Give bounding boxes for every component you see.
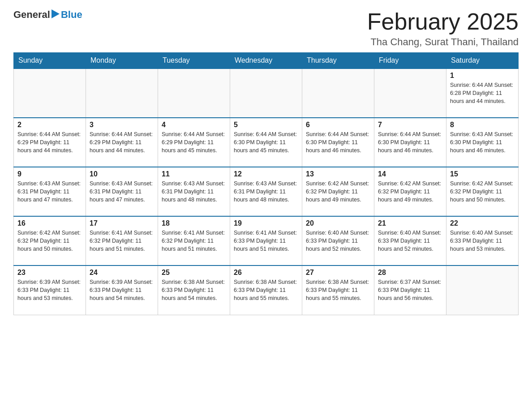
week-row-4: 16Sunrise: 6:42 AM Sunset: 6:32 PM Dayli… — [14, 216, 519, 265]
page-header: General Blue February 2025 Tha Chang, Su… — [13, 9, 519, 48]
day-info: Sunrise: 6:42 AM Sunset: 6:32 PM Dayligh… — [306, 180, 370, 204]
calendar-cell: 2Sunrise: 6:44 AM Sunset: 6:29 PM Daylig… — [14, 118, 86, 167]
day-number: 24 — [90, 269, 154, 277]
calendar-cell: 20Sunrise: 6:40 AM Sunset: 6:33 PM Dayli… — [302, 216, 374, 265]
day-info: Sunrise: 6:43 AM Sunset: 6:30 PM Dayligh… — [450, 130, 515, 154]
column-header-sunday: Sunday — [14, 53, 86, 69]
day-info: Sunrise: 6:44 AM Sunset: 6:29 PM Dayligh… — [90, 130, 154, 154]
day-number: 22 — [450, 219, 515, 227]
calendar-cell — [302, 68, 374, 118]
day-info: Sunrise: 6:43 AM Sunset: 6:31 PM Dayligh… — [234, 180, 298, 204]
week-row-5: 23Sunrise: 6:39 AM Sunset: 6:33 PM Dayli… — [14, 265, 519, 315]
day-info: Sunrise: 6:39 AM Sunset: 6:33 PM Dayligh… — [17, 278, 82, 302]
logo-triangle-icon — [51, 9, 60, 18]
calendar-header-row: SundayMondayTuesdayWednesdayThursdayFrid… — [14, 53, 519, 69]
day-info: Sunrise: 6:38 AM Sunset: 6:33 PM Dayligh… — [162, 278, 226, 302]
day-number: 21 — [378, 219, 442, 227]
day-info: Sunrise: 6:43 AM Sunset: 6:31 PM Dayligh… — [90, 180, 154, 204]
calendar-cell: 3Sunrise: 6:44 AM Sunset: 6:29 PM Daylig… — [86, 118, 158, 167]
calendar-cell: 22Sunrise: 6:40 AM Sunset: 6:33 PM Dayli… — [446, 216, 519, 265]
day-info: Sunrise: 6:40 AM Sunset: 6:33 PM Dayligh… — [306, 229, 370, 253]
day-info: Sunrise: 6:44 AM Sunset: 6:29 PM Dayligh… — [162, 130, 226, 154]
day-info: Sunrise: 6:38 AM Sunset: 6:33 PM Dayligh… — [306, 278, 370, 302]
day-info: Sunrise: 6:44 AM Sunset: 6:28 PM Dayligh… — [450, 81, 515, 105]
calendar-cell: 10Sunrise: 6:43 AM Sunset: 6:31 PM Dayli… — [86, 167, 158, 216]
day-info: Sunrise: 6:42 AM Sunset: 6:32 PM Dayligh… — [17, 229, 82, 253]
day-number: 25 — [162, 269, 226, 277]
calendar-table: SundayMondayTuesdayWednesdayThursdayFrid… — [13, 52, 519, 315]
day-number: 12 — [234, 170, 298, 178]
day-number: 19 — [234, 219, 298, 227]
calendar-cell — [446, 265, 519, 315]
day-number: 9 — [17, 170, 82, 178]
day-info: Sunrise: 6:42 AM Sunset: 6:32 PM Dayligh… — [450, 180, 515, 204]
day-number: 20 — [306, 219, 370, 227]
day-number: 11 — [162, 170, 226, 178]
day-info: Sunrise: 6:37 AM Sunset: 6:33 PM Dayligh… — [378, 278, 442, 302]
calendar-cell: 7Sunrise: 6:44 AM Sunset: 6:30 PM Daylig… — [374, 118, 446, 167]
day-number: 23 — [17, 269, 82, 277]
calendar-cell: 28Sunrise: 6:37 AM Sunset: 6:33 PM Dayli… — [374, 265, 446, 315]
title-area: February 2025 Tha Chang, Surat Thani, Th… — [367, 9, 519, 48]
week-row-1: 1Sunrise: 6:44 AM Sunset: 6:28 PM Daylig… — [14, 68, 519, 118]
calendar-cell: 18Sunrise: 6:41 AM Sunset: 6:32 PM Dayli… — [158, 216, 230, 265]
day-info: Sunrise: 6:43 AM Sunset: 6:31 PM Dayligh… — [162, 180, 226, 204]
calendar-cell: 16Sunrise: 6:42 AM Sunset: 6:32 PM Dayli… — [14, 216, 86, 265]
calendar-cell: 21Sunrise: 6:40 AM Sunset: 6:33 PM Dayli… — [374, 216, 446, 265]
day-number: 28 — [378, 269, 442, 277]
location-subtitle: Tha Chang, Surat Thani, Thailand — [367, 36, 519, 48]
column-header-monday: Monday — [86, 53, 158, 69]
calendar-cell: 11Sunrise: 6:43 AM Sunset: 6:31 PM Dayli… — [158, 167, 230, 216]
logo-area: General Blue — [13, 9, 82, 21]
day-info: Sunrise: 6:44 AM Sunset: 6:30 PM Dayligh… — [306, 130, 370, 154]
day-info: Sunrise: 6:39 AM Sunset: 6:33 PM Dayligh… — [90, 278, 154, 302]
day-number: 6 — [306, 121, 370, 129]
calendar-cell: 8Sunrise: 6:43 AM Sunset: 6:30 PM Daylig… — [446, 118, 519, 167]
column-header-thursday: Thursday — [302, 53, 374, 69]
calendar-cell: 14Sunrise: 6:42 AM Sunset: 6:32 PM Dayli… — [374, 167, 446, 216]
calendar-cell: 25Sunrise: 6:38 AM Sunset: 6:33 PM Dayli… — [158, 265, 230, 315]
column-header-friday: Friday — [374, 53, 446, 69]
day-info: Sunrise: 6:41 AM Sunset: 6:33 PM Dayligh… — [234, 229, 298, 253]
day-number: 27 — [306, 269, 370, 277]
day-number: 8 — [450, 121, 515, 129]
calendar-cell: 15Sunrise: 6:42 AM Sunset: 6:32 PM Dayli… — [446, 167, 519, 216]
calendar-cell — [14, 68, 86, 118]
day-number: 15 — [450, 170, 515, 178]
day-info: Sunrise: 6:40 AM Sunset: 6:33 PM Dayligh… — [450, 229, 515, 253]
calendar-cell: 9Sunrise: 6:43 AM Sunset: 6:31 PM Daylig… — [14, 167, 86, 216]
calendar-cell: 1Sunrise: 6:44 AM Sunset: 6:28 PM Daylig… — [446, 68, 519, 118]
calendar-cell: 24Sunrise: 6:39 AM Sunset: 6:33 PM Dayli… — [86, 265, 158, 315]
day-info: Sunrise: 6:44 AM Sunset: 6:30 PM Dayligh… — [234, 130, 298, 154]
week-row-3: 9Sunrise: 6:43 AM Sunset: 6:31 PM Daylig… — [14, 167, 519, 216]
calendar-cell — [158, 68, 230, 118]
day-info: Sunrise: 6:41 AM Sunset: 6:32 PM Dayligh… — [90, 229, 154, 253]
day-info: Sunrise: 6:38 AM Sunset: 6:33 PM Dayligh… — [234, 278, 298, 302]
day-number: 13 — [306, 170, 370, 178]
day-number: 4 — [162, 121, 226, 129]
day-number: 5 — [234, 121, 298, 129]
day-number: 7 — [378, 121, 442, 129]
day-info: Sunrise: 6:44 AM Sunset: 6:30 PM Dayligh… — [378, 130, 442, 154]
day-info: Sunrise: 6:40 AM Sunset: 6:33 PM Dayligh… — [378, 229, 442, 253]
calendar-cell: 23Sunrise: 6:39 AM Sunset: 6:33 PM Dayli… — [14, 265, 86, 315]
day-number: 1 — [450, 72, 515, 80]
calendar-cell: 6Sunrise: 6:44 AM Sunset: 6:30 PM Daylig… — [302, 118, 374, 167]
calendar-cell: 27Sunrise: 6:38 AM Sunset: 6:33 PM Dayli… — [302, 265, 374, 315]
calendar-cell: 19Sunrise: 6:41 AM Sunset: 6:33 PM Dayli… — [230, 216, 302, 265]
column-header-tuesday: Tuesday — [158, 53, 230, 69]
logo-general-text: General — [13, 9, 50, 21]
calendar-cell: 13Sunrise: 6:42 AM Sunset: 6:32 PM Dayli… — [302, 167, 374, 216]
day-info: Sunrise: 6:44 AM Sunset: 6:29 PM Dayligh… — [17, 130, 82, 154]
column-header-saturday: Saturday — [446, 53, 519, 69]
week-row-2: 2Sunrise: 6:44 AM Sunset: 6:29 PM Daylig… — [14, 118, 519, 167]
day-number: 10 — [90, 170, 154, 178]
column-header-wednesday: Wednesday — [230, 53, 302, 69]
day-info: Sunrise: 6:41 AM Sunset: 6:32 PM Dayligh… — [162, 229, 226, 253]
calendar-cell — [230, 68, 302, 118]
calendar-cell: 26Sunrise: 6:38 AM Sunset: 6:33 PM Dayli… — [230, 265, 302, 315]
day-number: 18 — [162, 219, 226, 227]
logo: General Blue — [13, 9, 82, 21]
calendar-cell — [86, 68, 158, 118]
day-number: 14 — [378, 170, 442, 178]
